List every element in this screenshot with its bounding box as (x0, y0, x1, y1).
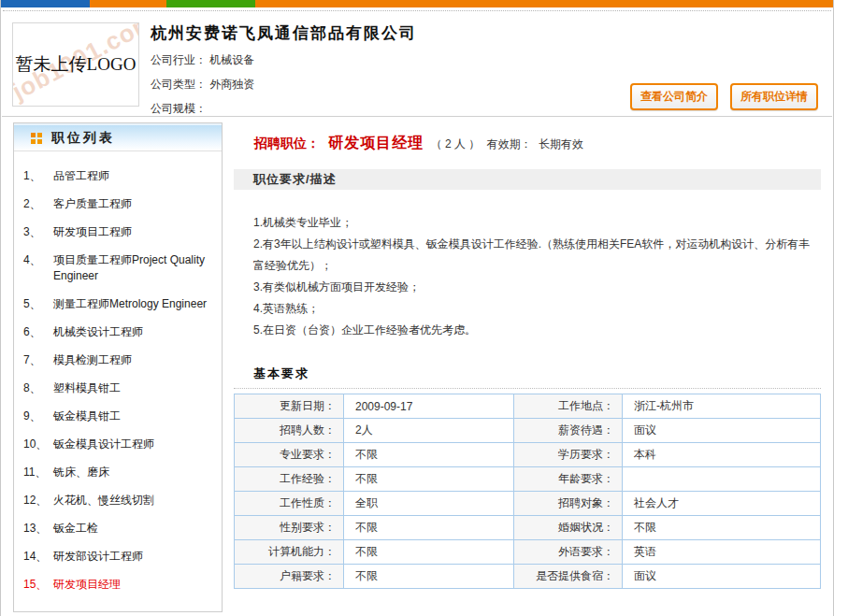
row-value-2: 面议 (623, 419, 821, 443)
job-item-label[interactable]: 火花机、慢丝线切割 (53, 493, 216, 509)
sidebar-job-item[interactable]: 10、 钣金模具设计工程师 (23, 431, 216, 459)
color-bar-segment (166, 0, 255, 7)
requirement-line: 2.有3年以上结构设计或塑料模具、钣金模具设计工作经验.（熟练使用相关FEA软件… (253, 234, 812, 277)
row-label-1: 户籍要求： (235, 565, 344, 589)
header-action-button[interactable]: 查看公司简介 (630, 83, 718, 110)
table-row: 户籍要求： 不限 是否提供食宿： 面议 (235, 565, 821, 589)
row-value-2: 社会人才 (623, 492, 821, 516)
row-label-1: 性别要求： (235, 516, 344, 540)
page: job1001.com 暂未上传LOGO 杭州安费诺飞凤通信部品有限公司 公司行… (0, 0, 834, 616)
table-row: 工作性质： 全职 招聘对象： 社会人才 (235, 492, 821, 516)
job-item-number: 11、 (23, 465, 53, 480)
job-item-number: 15、 (23, 577, 53, 593)
job-item-number: 7、 (23, 352, 53, 368)
row-label-1: 更新日期： (235, 394, 344, 419)
job-item-label[interactable]: 研发项目工程师 (53, 224, 216, 240)
job-item-label[interactable]: 测量工程师Metrology Engineer (53, 296, 216, 312)
requirement-line: 5.在日资（台资）企业工作经验者优先考虑。 (253, 320, 812, 341)
job-item-number: 10、 (23, 437, 53, 452)
table-row: 招聘人数： 2人 薪资待遇： 面议 (235, 419, 821, 443)
sidebar-job-item[interactable]: 8、 塑料模具钳工 (23, 375, 216, 403)
sidebar-job-item[interactable]: 6、 机械类设计工程师 (23, 319, 216, 347)
sidebar-title: 职位列表 (51, 130, 115, 147)
job-item-number: 6、 (23, 324, 53, 340)
row-label-1: 工作性质： (235, 492, 344, 516)
validity-label: 有效期： (487, 137, 532, 150)
row-label-2: 婚姻状况： (514, 516, 623, 540)
row-value-2: 不限 (623, 516, 821, 540)
job-item-label[interactable]: 研发部设计工程师 (53, 549, 216, 565)
job-item-label[interactable]: 客户质量工程师 (53, 196, 216, 212)
row-label-1: 招聘人数： (235, 419, 344, 443)
job-item-label[interactable]: 铣床、磨床 (53, 465, 216, 480)
row-label-2: 学历要求： (514, 443, 623, 467)
color-bar-segment (90, 0, 166, 7)
sidebar-job-item[interactable]: 14、 研发部设计工程师 (23, 543, 216, 571)
sidebar-job-item[interactable]: 15、 研发项目经理 (23, 571, 216, 599)
row-label-2: 招聘对象： (514, 492, 623, 516)
job-item-label[interactable]: 模具检测工程师 (53, 352, 216, 368)
job-item-label[interactable]: 钣金工检 (53, 521, 216, 537)
job-item-label[interactable]: 机械类设计工程师 (53, 324, 216, 340)
row-value-2: 面议 (623, 565, 821, 589)
job-header-caption: 招聘职位： (254, 136, 320, 150)
job-item-number: 1、 (23, 168, 53, 184)
company-field-value: 外商独资 (209, 78, 254, 91)
job-item-number: 12、 (23, 493, 53, 509)
row-label-1: 计算机能力： (235, 540, 344, 565)
sidebar-job-item[interactable]: 1、 品管工程师 (23, 163, 216, 191)
job-item-label[interactable]: 钣金模具钳工 (53, 408, 216, 424)
job-item-label[interactable]: 钣金模具设计工程师 (53, 437, 216, 452)
row-value-1: 2009-09-17 (344, 394, 514, 419)
job-item-number: 13、 (23, 521, 53, 537)
company-field-label: 公司行业： (151, 53, 207, 66)
row-value-1: 不限 (344, 443, 514, 467)
job-item-number: 4、 (23, 252, 53, 268)
job-item-label[interactable]: 塑料模具钳工 (53, 380, 216, 396)
row-label-2: 年龄要求： (514, 467, 623, 492)
section-title-basic: 基本要求 (253, 365, 821, 382)
row-value-1: 全职 (344, 492, 514, 516)
validity-value: 长期有效 (539, 137, 583, 150)
top-color-bar (1, 0, 833, 7)
sidebar-job-item[interactable]: 7、 模具检测工程师 (23, 347, 216, 375)
row-value-1: 不限 (344, 565, 514, 589)
row-label-2: 工作地点： (514, 394, 623, 419)
sidebar-job-item[interactable]: 12、 火花机、慢丝线切割 (23, 487, 216, 515)
row-value-1: 不限 (344, 467, 514, 492)
job-title: 研发项目经理 (328, 135, 424, 150)
job-detail-main: 招聘职位： 研发项目经理 （ 2 人 ） 有效期： 长期有效 职位要求/描述 1… (234, 122, 821, 612)
row-label-2: 外语要求： (514, 540, 623, 565)
job-item-number: 5、 (23, 296, 53, 312)
row-value-2: 本科 (623, 443, 821, 467)
job-item-number: 9、 (23, 408, 53, 424)
requirement-line: 1.机械类专业毕业； (253, 212, 812, 234)
table-row: 更新日期： 2009-09-17 工作地点： 浙江-杭州市 (235, 394, 821, 419)
job-item-label[interactable]: 品管工程师 (53, 168, 216, 184)
row-value-1: 不限 (344, 540, 514, 565)
sidebar-job-item[interactable]: 4、 项目质量工程师Project Quality Engineer (23, 247, 216, 291)
sidebar-header: 职位列表 (14, 123, 222, 151)
sidebar-job-item[interactable]: 13、 钣金工检 (23, 515, 216, 543)
company-field: 公司行业： 机械设备 (151, 52, 822, 68)
sidebar-job-item[interactable]: 9、 钣金模具钳工 (23, 403, 216, 431)
company-name: 杭州安费诺飞凤通信部品有限公司 (151, 21, 822, 44)
row-value-2: 浙江-杭州市 (623, 394, 821, 419)
table-row: 计算机能力： 不限 外语要求： 英语 (235, 540, 821, 565)
basic-requirements-table: 更新日期： 2009-09-17 工作地点： 浙江-杭州市 招聘人数： 2人 薪… (234, 394, 821, 589)
dotted-separator (234, 388, 821, 389)
header-action-button[interactable]: 所有职位详情 (730, 83, 818, 110)
requirement-line: 3.有类似机械方面项目开发经验； (253, 277, 812, 298)
section-title-description: 职位要求/描述 (234, 169, 821, 190)
sidebar-job-item[interactable]: 2、 客户质量工程师 (23, 191, 216, 219)
sidebar-job-item[interactable]: 11、 铣床、磨床 (23, 459, 216, 487)
job-item-number: 2、 (23, 196, 53, 212)
row-value-2 (623, 467, 821, 492)
job-item-label[interactable]: 研发项目经理 (53, 577, 216, 593)
sidebar-job-item[interactable]: 3、 研发项目工程师 (23, 219, 216, 247)
company-field-label: 公司规模： (151, 102, 207, 115)
job-item-label[interactable]: 项目质量工程师Project Quality Engineer (53, 252, 216, 284)
sidebar-job-item[interactable]: 5、 测量工程师Metrology Engineer (23, 291, 216, 319)
row-value-1: 不限 (344, 516, 514, 540)
table-row: 性别要求： 不限 婚姻状况： 不限 (235, 516, 821, 540)
